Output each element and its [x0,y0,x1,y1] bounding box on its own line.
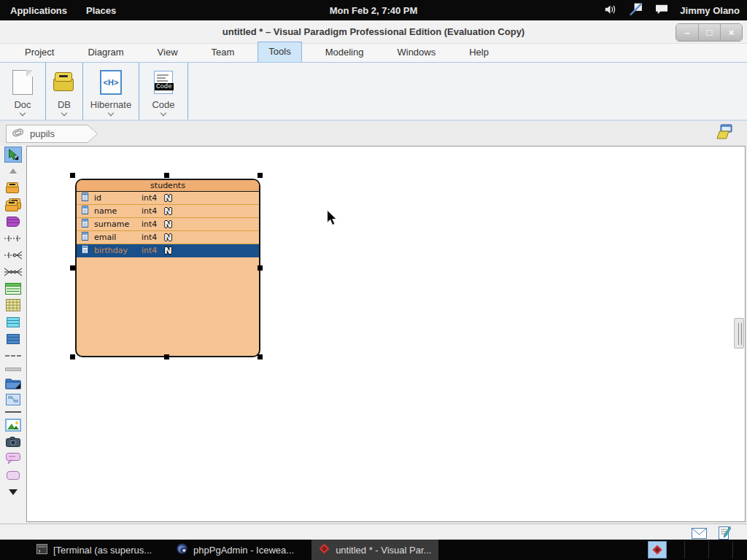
column-icon [82,206,88,217]
entities-tool-icon[interactable] [2,196,24,213]
hibernate-button[interactable]: <H> Hibernate [83,63,139,120]
tool-palette [0,146,26,524]
dashed-line-icon[interactable] [2,347,24,364]
column-icon [82,245,88,256]
visual-paradigm-tray-icon[interactable] [648,541,667,559]
selection-handle-nw[interactable] [70,173,75,178]
menu-tools[interactable]: Tools [258,42,301,62]
task-phppgadmin[interactable]: phpPgAdmin - Icewea... [169,540,301,560]
image-icon[interactable] [2,416,24,433]
menu-modeling[interactable]: Modeling [315,43,374,62]
green-table-icon[interactable] [2,280,24,297]
window-controls: – □ × [676,23,743,42]
callout-icon[interactable] [2,450,24,467]
many-to-many-relationship-icon[interactable] [2,263,24,280]
camera-icon[interactable] [2,433,24,450]
menu-bar: Project Diagram View Team Tools Modeling… [0,44,747,63]
one-to-one-relationship-icon[interactable] [2,230,24,246]
database-drawer-icon [52,69,77,96]
diagram-overview-icon[interactable] [2,391,24,408]
blue-note-icon[interactable] [2,330,24,347]
column-name: surname [94,219,129,229]
code-page-icon: Code [154,69,173,96]
entity-row-name[interactable]: name int4 N [77,205,259,218]
line-icon[interactable] [2,408,24,416]
scroll-up-icon[interactable] [2,163,24,179]
selection-handle-se[interactable] [258,354,263,359]
breadcrumb-bar: pupils [0,121,747,146]
column-type: int4 [142,246,157,255]
menu-windows[interactable]: Windows [387,43,446,62]
view-tool-icon[interactable] [2,213,24,230]
window-title-bar[interactable]: untitled * – Visual Paradigm Professiona… [0,20,747,44]
tablet-pen-icon[interactable] [629,2,643,18]
status-bar [0,524,747,540]
breadcrumb-label: pupils [30,128,55,139]
taskbar: [Terminal (as superus... phpPgAdmin - Ic… [0,540,747,560]
nullable-icon: N [164,192,172,203]
entity-row-email[interactable]: email int4 N [77,231,259,244]
selection-handle-sw[interactable] [70,354,75,359]
chat-icon[interactable] [655,4,668,18]
doc-button[interactable]: Doc [0,63,45,120]
toolbar-separator [187,63,188,120]
selection-handle-s[interactable] [164,354,169,359]
chevron-down-icon [61,110,67,116]
menu-team[interactable]: Team [201,43,245,62]
entity-title[interactable]: students [77,180,259,192]
entity-row-id[interactable]: id int4 N [77,192,259,205]
close-button[interactable]: × [720,24,742,41]
entity-tool-icon[interactable] [2,179,24,196]
nullable-icon: N [164,232,172,243]
volume-icon[interactable] [603,3,617,18]
selection-handle-ne[interactable] [258,173,263,178]
pointer-tool-icon[interactable] [2,146,24,163]
selection-handle-n[interactable] [164,173,169,178]
visual-paradigm-icon [319,543,330,556]
rounded-rect-icon[interactable] [2,467,24,483]
entity-row-surname[interactable]: surname int4 N [77,218,259,231]
places-menu[interactable]: Places [86,5,116,16]
task-terminal[interactable]: [Terminal (as superus... [29,540,159,560]
db-button[interactable]: DB [46,63,82,120]
diagram-navigator-button[interactable] [715,125,734,142]
minimize-button[interactable]: – [676,24,698,41]
maximize-button[interactable]: □ [698,24,720,41]
menu-project[interactable]: Project [15,43,64,62]
column-name: id [94,193,101,203]
blue-folder-icon[interactable] [2,374,24,391]
column-type: int4 [142,206,157,216]
gray-bar-icon[interactable] [2,364,24,374]
selection-handle-e[interactable] [258,265,263,271]
chevron-down-icon [20,110,26,116]
task-label: untitled * - Visual Par... [336,545,431,556]
yellow-grid-icon[interactable] [2,297,24,314]
username[interactable]: Jimmy Olano [680,5,740,16]
db-button-label: DB [58,99,71,110]
chevron-down-icon [160,110,166,116]
taskbar-separator [684,541,685,559]
panel-splitter-grip[interactable] [734,318,744,349]
column-type: int4 [142,219,157,229]
menu-help[interactable]: Help [459,43,499,62]
scroll-down-icon[interactable] [2,483,24,500]
menu-view[interactable]: View [147,43,188,62]
terminal-icon [36,544,47,556]
entity-row-birthday[interactable]: birthday int4 N [77,244,259,257]
entity-students[interactable]: students id int4 N name int4 N surname i… [75,179,260,357]
code-icon-text: Code [155,83,174,90]
one-to-many-relationship-icon[interactable] [2,246,24,263]
browser-icon [177,543,187,556]
column-name: name [94,206,117,216]
tools-ribbon: Doc DB <H> Hibernate Code Code [0,63,747,121]
code-button[interactable]: Code Code [139,63,187,120]
menu-diagram[interactable]: Diagram [77,43,133,62]
clock: Mon Feb 2, 7:40 PM [330,5,418,16]
applications-menu[interactable]: Applications [10,5,67,16]
breadcrumb[interactable]: pupils [6,125,98,143]
taskbar-separator [732,541,733,559]
cyan-note-icon[interactable] [2,314,24,330]
task-visual-paradigm[interactable]: untitled * - Visual Par... [311,540,438,560]
task-label: [Terminal (as superus... [53,545,152,556]
selection-handle-w[interactable] [70,265,75,271]
